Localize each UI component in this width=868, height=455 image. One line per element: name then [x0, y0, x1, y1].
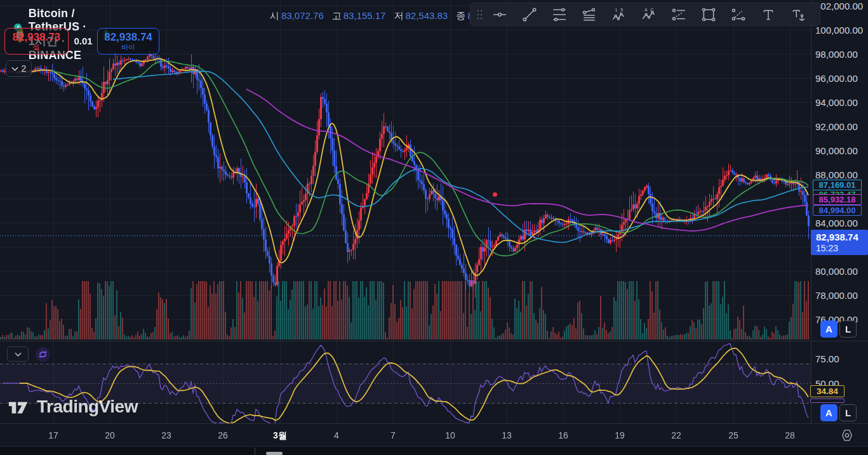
time-tick: 19	[615, 430, 625, 440]
drawing-toolbar: 15 AC	[470, 3, 820, 26]
ma-value-label: 84,994.00	[813, 205, 862, 216]
price-alert-dot	[493, 192, 497, 197]
clipped-widget	[255, 447, 255, 455]
ma-value-label: 87,169.01	[813, 180, 862, 190]
price-tick: 90,000.00	[815, 145, 858, 156]
quantity-field[interactable]: 0.01	[70, 36, 97, 46]
time-tick: 20	[105, 430, 115, 440]
axis-separator	[811, 0, 811, 423]
low-value: 82,543.83	[405, 10, 448, 22]
price-tick: 100,000.00	[815, 25, 863, 36]
low-label: 저	[394, 10, 403, 22]
price-tick: 80,000.00	[815, 266, 858, 277]
sell-price: 82,938.73	[13, 31, 61, 43]
time-tick: 22	[671, 430, 681, 440]
current-price-label: 82,938.74 15:23	[811, 230, 868, 255]
close-label: 종	[456, 10, 465, 22]
ma-value-label: 85,932.18	[813, 194, 862, 205]
rsi-collapse-button[interactable]	[7, 346, 29, 362]
price-tick: 84,000.00	[815, 218, 858, 228]
time-tick: 7	[391, 430, 396, 440]
svg-text:1: 1	[615, 8, 617, 13]
price-tick: 78,000.00	[815, 290, 858, 301]
rsi-value-label-clipped	[810, 399, 845, 403]
open-label: 시	[270, 10, 279, 22]
anchored-text-icon[interactable]	[783, 4, 813, 24]
chart-window: TradingView B ↗ Bitcoin / TetherUS · 1시간…	[0, 0, 868, 455]
legend-collapse-button[interactable]: 2	[6, 60, 32, 77]
time-tick: 25	[728, 430, 738, 440]
fib-fan-icon[interactable]	[574, 4, 604, 24]
candle-countdown: 15:23	[816, 243, 868, 254]
elliott-wave-icon[interactable]: 15	[604, 4, 634, 24]
price-tick: 94,000.00	[815, 97, 858, 108]
bottom-strip	[0, 446, 868, 455]
projection-icon[interactable]	[723, 4, 753, 24]
indicator-count: 2	[22, 63, 27, 74]
tradingview-logo-icon	[8, 396, 32, 418]
price-tick: 96,000.00	[815, 73, 858, 84]
rsi-tick: 75.00	[815, 353, 839, 364]
price-tick: 102,000.00	[815, 1, 863, 11]
time-axis[interactable]: 172023263월4710131619222528	[0, 424, 868, 446]
time-tick: 16	[558, 430, 568, 440]
sell-button[interactable]: 82,938.73 셀	[4, 28, 69, 55]
buy-price: 82,938.74	[104, 31, 152, 43]
price-tick: 92,000.00	[815, 121, 858, 132]
buy-button[interactable]: 82,938.74 바이	[97, 28, 159, 55]
chart-plot-area[interactable]	[0, 0, 811, 423]
pane-separator[interactable]	[0, 341, 868, 341]
time-tick: 13	[502, 430, 512, 440]
rectangle-icon[interactable]	[693, 4, 723, 24]
rsi-ma-value-label: 34.84	[810, 385, 845, 397]
auto-scale-button[interactable]: A	[820, 320, 838, 338]
chevron-down-icon	[15, 352, 22, 357]
buy-button-label: 바이	[121, 43, 135, 51]
price-tick: 88,000.00	[815, 169, 858, 180]
rsi-refresh-icon[interactable]	[36, 347, 50, 362]
high-value: 83,155.17	[344, 10, 386, 22]
price-tick: 98,000.00	[815, 49, 858, 60]
clipped-widget-fragment	[266, 452, 283, 455]
chevron-down-icon	[11, 67, 18, 71]
tradingview-watermark: TradingView	[8, 396, 138, 418]
parallel-lines-icon[interactable]	[544, 4, 574, 24]
toolbar-drag-handle-icon[interactable]	[474, 7, 484, 22]
long-position-icon[interactable]	[664, 4, 693, 24]
abcd-pattern-icon[interactable]: AC	[634, 4, 664, 24]
time-tick: 26	[218, 430, 228, 440]
high-label: 고	[332, 10, 342, 22]
time-tick: 17	[48, 430, 58, 440]
horizontal-line-icon[interactable]	[484, 4, 514, 24]
text-icon[interactable]	[753, 4, 783, 24]
watermark-text: TradingView	[37, 397, 138, 417]
time-tick: 4	[334, 430, 339, 440]
open-value: 83,072.76	[281, 10, 324, 22]
ohlc-values: 시83,072.76 고83,155.17 저82,543.83 종8	[270, 10, 473, 22]
trend-line-icon[interactable]	[514, 4, 544, 24]
rsi-log-scale-button[interactable]: L	[839, 404, 857, 421]
rsi-auto-scale-button[interactable]: A	[820, 404, 838, 421]
svg-text:A: A	[644, 8, 647, 13]
sell-button-label: 셀	[33, 43, 40, 51]
time-tick: 28	[785, 430, 795, 440]
time-tick: 3월	[273, 430, 287, 442]
gear-icon[interactable]	[838, 428, 856, 443]
time-tick: 23	[161, 430, 171, 440]
current-price-value: 82,938.74	[816, 232, 868, 243]
time-axis-separator	[0, 423, 868, 424]
svg-text:5: 5	[620, 8, 623, 13]
time-tick: 10	[445, 430, 455, 440]
log-scale-button[interactable]: L	[839, 320, 857, 338]
